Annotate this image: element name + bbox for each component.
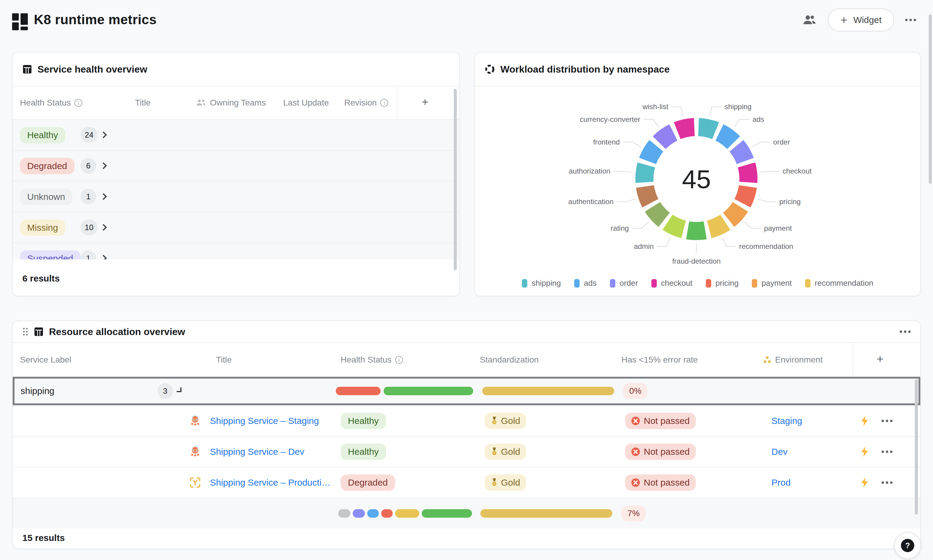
label-connector-line	[744, 222, 761, 228]
lightning-icon	[860, 477, 870, 488]
segment-label-checkout: checkout	[783, 167, 812, 175]
gold-label: Gold	[501, 416, 520, 426]
service-health-header: Service health overview	[13, 52, 459, 86]
segment-label-frontend: frontend	[593, 138, 620, 146]
donut-segment-recommendation	[709, 222, 725, 229]
col-health-status: Health Status	[20, 98, 82, 108]
legend-label: shipping	[531, 278, 561, 288]
service-title-link[interactable]: Shipping Service – Producti…	[210, 477, 331, 488]
segment-label-wish-list: wish-list	[642, 103, 668, 111]
service-title-link[interactable]: Shipping Service – Dev	[210, 447, 304, 457]
share-users-button[interactable]	[802, 14, 817, 26]
ellipsis-icon	[900, 331, 911, 333]
info-icon[interactable]	[395, 356, 403, 364]
quick-action-bolt[interactable]	[860, 415, 870, 426]
donut-segment-pricing	[742, 186, 748, 203]
octopus-service-icon	[189, 415, 201, 427]
workload-title: Workload distribution by namespace	[500, 64, 670, 75]
standardization-bar	[482, 387, 614, 395]
service-title-link[interactable]: Shipping Service – Staging	[210, 416, 319, 426]
dashboard-logo-icon	[12, 13, 28, 30]
chart-legend: shippingadsordercheckoutpricingpaymentre…	[475, 278, 920, 288]
info-icon[interactable]	[74, 99, 82, 107]
vertical-scrollbar[interactable]	[915, 379, 918, 515]
drag-handle-icon[interactable]	[22, 327, 28, 337]
add-column-button[interactable]: +	[877, 352, 884, 366]
legend-swatch	[706, 279, 711, 288]
resource-header: Resource allocation overview	[13, 321, 920, 343]
workload-distribution-card: Workload distribution by namespace shipp…	[474, 52, 921, 296]
gold-label: Gold	[501, 477, 520, 488]
row-overflow-menu[interactable]	[882, 420, 893, 422]
info-icon[interactable]	[380, 99, 388, 107]
group-row-shipping[interactable]: shipping30%	[13, 377, 920, 405]
expand-row-chevron[interactable]	[100, 162, 107, 169]
donut-segment-authentication	[645, 186, 650, 203]
label-connector-line	[722, 238, 736, 246]
donut-segment-fraud-detection	[688, 231, 705, 231]
collapse-group-chevron[interactable]	[177, 387, 182, 392]
donut-segment-frontend	[648, 146, 656, 161]
health-distribution-bar	[381, 509, 393, 518]
resource-title: Resource allocation overview	[49, 326, 185, 337]
expand-row-chevron[interactable]	[100, 224, 107, 231]
service-icon	[189, 415, 201, 427]
environment-link[interactable]: Staging	[771, 416, 802, 426]
card-overflow-menu[interactable]	[900, 331, 911, 333]
expand-row-chevron[interactable]	[100, 132, 107, 138]
ellipsis-icon	[882, 451, 893, 453]
environment-link[interactable]: Dev	[771, 447, 787, 457]
donut-segment-order	[736, 146, 745, 161]
environment-icon	[763, 355, 771, 364]
users-icon	[802, 14, 817, 26]
donut-segment-ads	[719, 132, 734, 143]
page-scrollbar[interactable]	[929, 14, 932, 184]
quick-action-bolt[interactable]	[860, 477, 870, 488]
medal-icon	[491, 416, 498, 425]
service-health-title: Service health overview	[37, 64, 147, 75]
not-passed-icon	[631, 478, 640, 487]
medal-icon	[491, 447, 498, 456]
health-status-badge: Healthy	[341, 444, 386, 460]
top-bar: K8 runtime metrics + Widget	[0, 0, 933, 42]
add-column-button[interactable]: +	[422, 95, 428, 109]
label-connector-line	[632, 222, 649, 228]
donut-segment-currency-converter	[659, 132, 673, 143]
segment-label-pricing: pricing	[779, 197, 801, 206]
frame-service-icon	[189, 477, 201, 488]
environment-link[interactable]: Prod	[771, 477, 790, 488]
segment-label-order: order	[773, 138, 790, 146]
group-count-pill: 3	[157, 383, 173, 399]
legend-label: recommendation	[815, 278, 873, 288]
label-connector-line	[760, 171, 780, 172]
donut-segment-authorization	[644, 165, 646, 182]
legend-item-ads: ads	[574, 278, 597, 288]
resource-rows: shipping30% Shipping Service – StagingHe…	[13, 377, 920, 529]
health-distribution-bar	[367, 509, 379, 518]
ellipsis-icon	[905, 19, 916, 21]
not-passed-icon	[631, 447, 640, 456]
label-connector-line	[757, 199, 776, 202]
label-connector-line	[671, 107, 683, 116]
standardization-badge: Gold	[485, 474, 526, 491]
row-overflow-menu[interactable]	[882, 451, 893, 453]
help-button[interactable]: ?	[894, 532, 921, 559]
group-row-partial[interactable]: 7%	[13, 498, 920, 529]
not-passed-label: Not passed	[644, 447, 690, 457]
service-health-table-header: Health Status Title Owning Teams Last Up…	[13, 86, 459, 119]
quick-action-bolt[interactable]	[860, 446, 870, 457]
table-row: Shipping Service – StagingHealthy Gold N…	[13, 405, 920, 436]
error-rate-badge: Not passed	[625, 474, 696, 491]
health-distribution-bar	[383, 387, 473, 395]
plus-icon: +	[841, 14, 847, 27]
expand-row-chevron[interactable]	[100, 193, 107, 200]
page-overflow-menu[interactable]	[905, 19, 916, 21]
health-status-badge: Healthy	[20, 127, 65, 143]
row-overflow-menu[interactable]	[882, 482, 893, 484]
expand-row-chevron[interactable]	[100, 255, 107, 260]
add-widget-button[interactable]: + Widget	[828, 8, 894, 31]
vertical-scrollbar[interactable]	[454, 89, 457, 270]
col-health-status: Health Status	[341, 355, 403, 365]
table-row: Missing10	[13, 212, 459, 243]
ellipsis-icon	[882, 420, 893, 422]
